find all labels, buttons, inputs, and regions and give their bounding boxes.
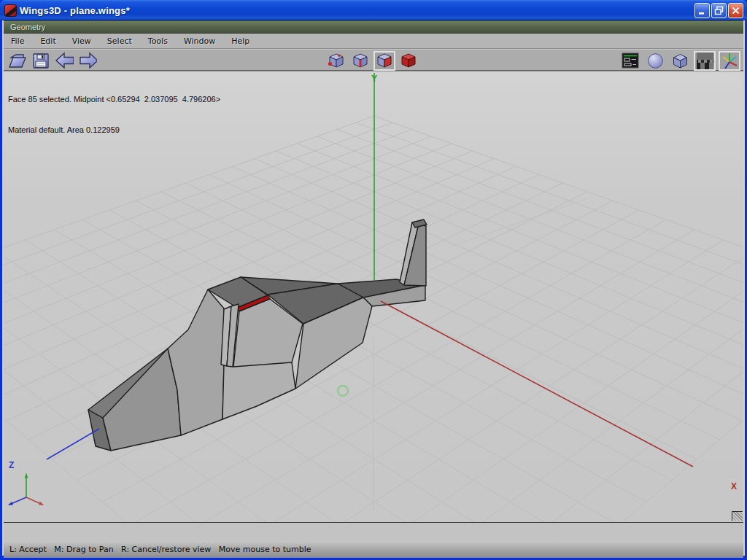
mouse-hints: L: Accept M: Drag to Pan R: Cancel/resto… bbox=[4, 545, 311, 554]
restore-button[interactable] bbox=[711, 3, 727, 18]
body-mode-button[interactable] bbox=[398, 51, 419, 71]
menu-select[interactable]: Select bbox=[107, 36, 132, 46]
menu-file[interactable]: File bbox=[11, 36, 24, 46]
title-bar[interactable]: Wings3D - plane.wings* bbox=[0, 0, 747, 20]
minimize-icon bbox=[697, 6, 707, 15]
redo-button[interactable] bbox=[77, 51, 98, 71]
save-button[interactable] bbox=[30, 51, 52, 71]
menu-help[interactable]: Help bbox=[231, 36, 249, 46]
resize-grip[interactable] bbox=[732, 511, 743, 521]
smooth-shaded-icon bbox=[646, 52, 665, 70]
smooth-preview-button[interactable] bbox=[644, 51, 666, 71]
body-select-icon bbox=[399, 51, 418, 70]
axis-label-x: X bbox=[731, 481, 737, 491]
edge-select-icon bbox=[351, 51, 370, 70]
viewport-3d[interactable]: YXZ Face 85 selected. Midpoint <0.65294 … bbox=[4, 71, 743, 522]
geometry-window-titlebar[interactable]: Geometry bbox=[4, 20, 743, 34]
axes-icon bbox=[721, 52, 739, 70]
axes-toggle-button[interactable] bbox=[719, 51, 740, 71]
geometry-graph-icon bbox=[622, 52, 640, 70]
selection-info: Face 85 selected. Midpoint <0.65294 2.03… bbox=[8, 74, 220, 155]
vertex-mode-button[interactable] bbox=[325, 51, 347, 71]
undo-button[interactable] bbox=[53, 51, 75, 71]
arrow-right-icon bbox=[78, 51, 97, 70]
geometry-window-title: Geometry bbox=[10, 23, 45, 31]
toolbar bbox=[4, 49, 743, 71]
window-title: Wings3D - plane.wings* bbox=[20, 5, 130, 16]
close-button[interactable] bbox=[728, 3, 743, 18]
menu-edit[interactable]: Edit bbox=[40, 36, 55, 46]
ground-plane-icon bbox=[696, 52, 714, 70]
wings3d-logo-icon bbox=[4, 4, 17, 17]
menu-tools[interactable]: Tools bbox=[148, 36, 168, 46]
geometry-graph-button[interactable] bbox=[619, 51, 641, 71]
cube-icon bbox=[671, 52, 689, 70]
flat-shading-button[interactable] bbox=[669, 51, 691, 71]
menu-window[interactable]: Window bbox=[184, 36, 215, 46]
open-button[interactable] bbox=[7, 51, 28, 71]
wings3d-window: Wings3D - plane.wings* bbox=[0, 0, 747, 560]
selection-info-line1: Face 85 selected. Midpoint <0.65294 2.03… bbox=[8, 94, 220, 104]
edge-mode-button[interactable] bbox=[349, 51, 371, 71]
minimize-button[interactable] bbox=[694, 3, 710, 18]
arrow-left-icon bbox=[55, 51, 74, 70]
restore-icon bbox=[714, 6, 724, 15]
floppy-disk-icon bbox=[31, 52, 50, 70]
menu-bar: File Edit View Select Tools Window Help bbox=[4, 34, 743, 49]
ground-plane-toggle-button[interactable] bbox=[694, 51, 716, 71]
vertex-select-icon bbox=[327, 51, 346, 70]
highlight-circle bbox=[338, 386, 348, 396]
face-select-icon bbox=[375, 51, 394, 70]
axis-label-y: Y bbox=[371, 74, 377, 84]
menu-view[interactable]: View bbox=[72, 36, 91, 46]
face-mode-button[interactable] bbox=[374, 51, 395, 71]
selection-info-line2: Material default. Area 0.122959 bbox=[8, 125, 220, 135]
statusbar-spacer bbox=[4, 523, 743, 541]
model-face-lower-mid-panel[interactable] bbox=[222, 362, 295, 419]
axis-label-z: Z bbox=[9, 460, 14, 470]
folder-open-icon bbox=[8, 52, 27, 70]
close-icon bbox=[731, 6, 740, 15]
status-bar: L: Accept M: Drag to Pan R: Cancel/resto… bbox=[4, 541, 743, 558]
